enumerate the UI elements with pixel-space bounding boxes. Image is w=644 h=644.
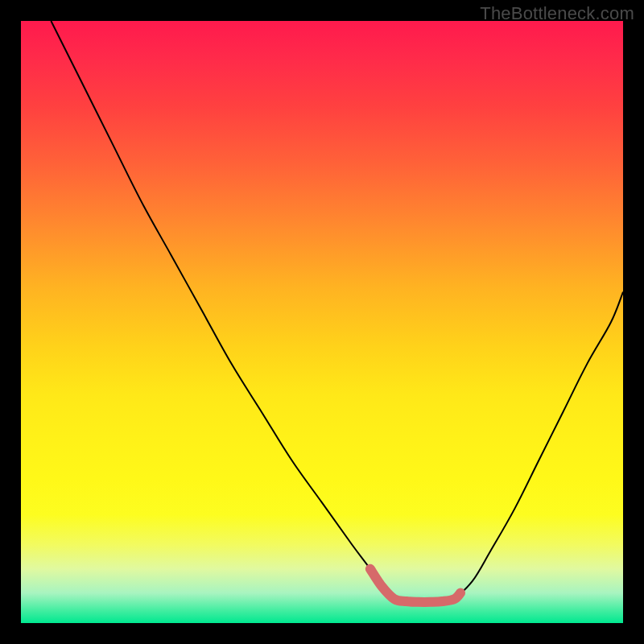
watermark-text: TheBottleneck.com (480, 3, 634, 24)
plot-area (21, 21, 623, 623)
highlight-band-path (370, 569, 460, 602)
chart-frame: TheBottleneck.com (0, 0, 644, 644)
marker-layer (21, 21, 623, 623)
